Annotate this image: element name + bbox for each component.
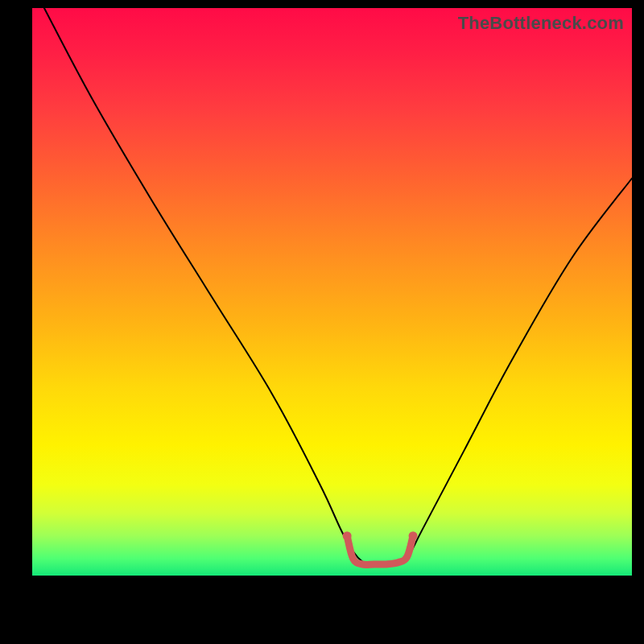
optimal-range-marker (347, 536, 413, 565)
bottleneck-curve (44, 8, 632, 564)
chart-frame: TheBottleneck.com (32, 8, 632, 628)
optimal-endpoint-left (343, 531, 352, 540)
plot-area: TheBottleneck.com (32, 8, 632, 576)
curve-layer (32, 8, 632, 576)
optimal-endpoint-right (409, 531, 418, 540)
